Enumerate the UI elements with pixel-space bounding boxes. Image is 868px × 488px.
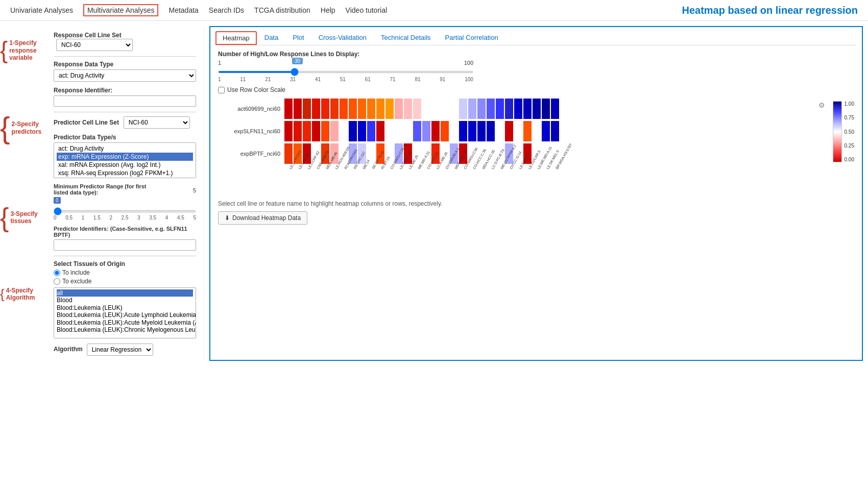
response-cell-line-set-select[interactable]: NCI-60 [56,39,133,51]
heatmap-cell[interactable] [312,99,320,119]
heatmap-cell[interactable] [395,121,403,141]
tissue-listbox[interactable]: all Blood Blood:Leukemia (LEUK) Blood:Le… [54,287,196,338]
heatmap-cell[interactable] [376,99,384,119]
tissue-option-all[interactable]: all [57,289,193,297]
tissue-option-cml[interactable]: Blood:Leukemia (LEUK):Chronic Myelogenou… [57,326,193,333]
nav-tcga[interactable]: TCGA distribution [254,6,310,14]
heatmap-cell[interactable] [340,99,348,119]
tissue-option-blood[interactable]: Blood [57,297,193,304]
tissue-option-all-leuk[interactable]: Blood:Leukemia (LEUK):Acute Lymphoid Leu… [57,311,193,319]
heatmap-cell[interactable] [358,99,366,119]
heatmap-cell[interactable] [542,99,550,119]
heatmap-cell[interactable] [450,99,458,119]
tab-heatmap[interactable]: Heatmap [215,31,257,45]
listbox-option-xsq[interactable]: xsq: RNA-seq Expression (log2 FPKM+1.) [57,169,193,177]
heatmap-cell[interactable] [514,121,522,141]
tissue-include-radio[interactable] [54,270,60,276]
tab-technical-details[interactable]: Technical Details [374,31,438,45]
tab-cross-validation[interactable]: Cross-Validation [312,31,373,45]
heatmap-cell[interactable] [441,121,449,141]
nav-univariate[interactable]: Univariate Analyses [10,6,73,14]
heatmap-cell[interactable] [505,121,513,141]
listbox-option-act[interactable]: act: Drug Activity [57,144,193,153]
heatmap-cell[interactable] [477,99,486,119]
predictor-identifiers-input[interactable]: SLFN11 BPTF [54,239,196,251]
heatmap-cell[interactable] [367,99,375,119]
tab-plot[interactable]: Plot [286,31,310,45]
heatmap-cell[interactable] [284,121,293,141]
heatmap-cell[interactable] [551,121,559,141]
heatmap-cell[interactable] [431,99,440,119]
tissue-option-aml[interactable]: Blood:Leukemia (LEUK):Acute Myeloid Leuk… [57,319,193,326]
heatmap-cell[interactable] [459,99,467,119]
nav-search-ids[interactable]: Search IDs [209,6,244,14]
predictor-data-types-listbox[interactable]: act: Drug Activity exp: mRNA Expression … [54,142,196,178]
heatmap-cell[interactable] [533,99,541,119]
min-predictor-range-slider[interactable] [54,210,196,212]
download-heatmap-button[interactable]: ⬇ Download Heatmap Data [218,211,307,225]
heatmap-cell[interactable] [330,99,339,119]
heatmap-cell[interactable] [496,99,504,119]
listbox-option-xal[interactable]: xal: mRNA Expression (Avg. log2 Int.) [57,161,193,169]
heatmap-cell[interactable] [312,121,320,141]
heatmap-cell[interactable] [413,121,421,141]
tab-data[interactable]: Data [258,31,285,45]
heatmap-cell[interactable] [294,99,302,119]
heatmap-cell[interactable] [413,99,421,119]
heatmap-cell[interactable] [330,121,339,141]
heatmap-cell[interactable] [376,121,384,141]
heatmap-cell[interactable] [487,121,495,141]
nav-help[interactable]: Help [321,6,335,14]
heatmap-cell[interactable] [441,99,449,119]
heatmap-cell[interactable] [422,99,430,119]
heatmap-row[interactable]: act609699_nci60 [218,99,828,119]
nav-multivariate[interactable]: Multivariate Analyses [83,4,159,16]
heatmap-cell[interactable] [321,121,329,141]
heatmap-cell[interactable] [385,99,394,119]
response-identifier-input[interactable]: topotecan [54,95,196,107]
heatmap-cell[interactable] [303,121,311,141]
predictor-cell-line-set-select[interactable]: NCI-60 [124,116,190,129]
tissue-include-label[interactable]: To include [54,269,196,276]
heatmap-cell[interactable] [349,121,357,141]
heatmap-cell[interactable] [468,99,476,119]
heatmap-row[interactable]: expSLFN11_nci60 [218,121,828,141]
tissue-option-leuk[interactable]: Blood:Leukemia (LEUK) [57,304,193,311]
heatmap-cell[interactable] [284,143,293,164]
algorithm-select[interactable]: Linear Regression [87,344,153,356]
heatmap-cell[interactable] [431,121,440,141]
heatmap-cell[interactable] [477,121,486,141]
heatmap-cell[interactable] [505,99,513,119]
heatmap-cell[interactable] [542,121,550,141]
heatmap-cell[interactable] [496,121,504,141]
heatmap-cell[interactable] [358,121,366,141]
tissue-exclude-radio[interactable] [54,278,60,285]
heatmap-cell[interactable] [551,99,559,119]
listbox-option-exp[interactable]: exp: mRNA Expression (Z-Score) [57,153,193,161]
heatmap-cell[interactable] [404,99,412,119]
row-color-scale-checkbox[interactable] [218,87,225,93]
heatmap-cell[interactable] [487,99,495,119]
heatmap-cell[interactable] [468,121,476,141]
tissue-exclude-label[interactable]: To exclude [54,278,196,285]
heatmap-cell[interactable] [450,121,458,141]
heatmap-cell[interactable] [340,121,348,141]
heatmap-cell[interactable] [321,99,329,119]
response-lines-slider[interactable] [218,71,473,73]
heatmap-cell[interactable] [395,99,403,119]
heatmap-cell[interactable] [294,121,302,141]
tab-partial-correlation[interactable]: Partial Correlation [439,31,505,45]
heatmap-cell[interactable] [404,121,412,141]
heatmap-cell[interactable] [459,121,467,141]
heatmap-cell[interactable] [422,121,430,141]
heatmap-cell[interactable] [303,99,311,119]
response-data-type-select[interactable]: act: Drug Activity [54,69,196,82]
heatmap-cell[interactable] [385,121,394,141]
heatmap-cell[interactable] [533,121,541,141]
heatmap-cell[interactable] [349,99,357,119]
heatmap-cell[interactable] [514,99,522,119]
heatmap-cell[interactable] [523,121,532,141]
nav-metadata[interactable]: Metadata [168,6,198,14]
heatmap-cell[interactable] [367,121,375,141]
heatmap-cell[interactable] [523,99,532,119]
